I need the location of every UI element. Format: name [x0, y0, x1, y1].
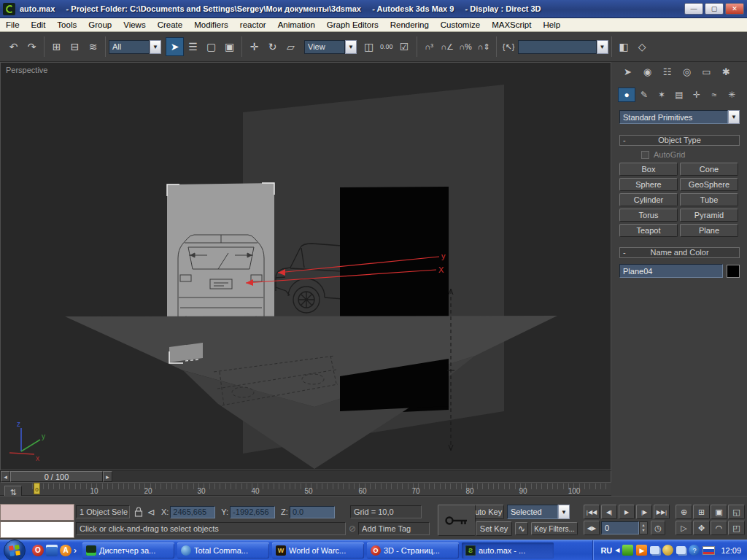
- subcat-lights-icon[interactable]: ✶: [653, 88, 670, 102]
- window-crossing-icon[interactable]: ▣: [220, 37, 239, 56]
- key-filters-button[interactable]: Key Filters...: [531, 522, 578, 535]
- key-filter-dropdown[interactable]: Selected: [507, 505, 558, 519]
- default-in-out-tangents-icon[interactable]: ∿: [515, 522, 528, 535]
- key-mode-toggle-icon[interactable]: ◀▶: [584, 521, 600, 535]
- menu-modifiers[interactable]: Modifiers: [188, 18, 234, 32]
- select-by-name-icon[interactable]: ☰: [184, 37, 202, 56]
- rectangular-selection-icon[interactable]: ▢: [202, 37, 220, 56]
- time-slider-knob[interactable]: 0 / 100: [10, 471, 103, 482]
- zoom-icon[interactable]: ⊕: [676, 505, 692, 519]
- tray-network-icon[interactable]: [650, 546, 659, 554]
- tray-green-icon[interactable]: [622, 545, 633, 556]
- menu-file[interactable]: File: [0, 18, 26, 32]
- tray-clock[interactable]: 12:09: [721, 546, 741, 555]
- menu-views[interactable]: Views: [117, 18, 151, 32]
- sphere-button[interactable]: Sphere: [619, 178, 678, 191]
- tube-button[interactable]: Tube: [680, 193, 738, 206]
- menu-reactor[interactable]: reactor: [234, 18, 272, 32]
- current-frame-field[interactable]: 0: [601, 521, 639, 534]
- spinner-snap-icon[interactable]: ∩⇕: [475, 37, 493, 56]
- tab-hierarchy-icon[interactable]: ☷: [657, 64, 677, 79]
- z-coord-field[interactable]: 0.0: [290, 506, 335, 518]
- object-color-swatch[interactable]: [727, 265, 740, 278]
- tray-help-icon[interactable]: ?: [689, 545, 700, 556]
- subcat-systems-icon[interactable]: ✳: [723, 88, 740, 102]
- subcat-cameras-icon[interactable]: ▤: [670, 88, 688, 102]
- quicklaunch-expand-icon[interactable]: ›: [74, 545, 77, 556]
- tray-player-icon[interactable]: ▶: [636, 545, 647, 556]
- zoom-extents-icon[interactable]: ▣: [711, 505, 727, 519]
- current-frame-marker[interactable]: 0: [34, 483, 40, 494]
- x-coord-field[interactable]: 2465,665: [170, 506, 215, 518]
- mirror-icon[interactable]: ◧: [615, 37, 633, 56]
- language-indicator[interactable]: RU: [600, 546, 612, 555]
- subcat-helpers-icon[interactable]: ✛: [688, 88, 705, 102]
- play-icon[interactable]: ▶: [619, 505, 635, 519]
- zoom-all-icon[interactable]: ⊞: [693, 505, 710, 519]
- redo-icon[interactable]: ↷: [23, 37, 41, 56]
- scale-icon[interactable]: ▱: [282, 37, 300, 56]
- tray-coin-icon[interactable]: [662, 545, 673, 556]
- box-button[interactable]: Box: [619, 163, 678, 176]
- object-name-field[interactable]: Plane04: [619, 264, 723, 278]
- set-keys-button[interactable]: [438, 505, 476, 536]
- cylinder-button[interactable]: Cylinder: [619, 193, 678, 206]
- menu-graph-editors[interactable]: Graph Editors: [321, 18, 384, 32]
- category-dropdown[interactable]: Standard Primitives: [619, 110, 728, 124]
- communication-icon[interactable]: ⊘: [349, 524, 356, 534]
- menu-create[interactable]: Create: [152, 18, 189, 32]
- menu-tools[interactable]: Tools: [51, 18, 82, 32]
- use-pivot-center-icon[interactable]: ◫: [360, 37, 378, 56]
- geosphere-button[interactable]: GeoSphere: [680, 178, 738, 191]
- maxscript-listener-pink[interactable]: [0, 504, 74, 521]
- tab-modify-icon[interactable]: ◉: [638, 64, 657, 79]
- named-sets-arrow[interactable]: ▼: [597, 40, 608, 54]
- edit-named-sets-icon[interactable]: {↖}: [500, 37, 518, 56]
- menu-help[interactable]: Help: [537, 18, 566, 32]
- absolute-mode-icon[interactable]: ⊲: [147, 507, 155, 518]
- reference-coordinate-dropdown[interactable]: View: [304, 40, 345, 54]
- menu-animation[interactable]: Animation: [272, 18, 321, 32]
- next-frame-icon[interactable]: |▶: [636, 505, 652, 519]
- task-opera-3d-page[interactable]: O 3D - Страниц...: [367, 542, 459, 559]
- plane-button[interactable]: Plane: [680, 224, 738, 237]
- percent-snap-icon[interactable]: ∩%: [457, 37, 475, 56]
- pyramid-button[interactable]: Pyramid: [680, 209, 738, 222]
- menu-group[interactable]: Group: [82, 18, 117, 32]
- task-task-manager[interactable]: Диспетчер за...: [82, 542, 174, 559]
- time-slider-next[interactable]: ▸: [103, 471, 112, 482]
- y-coord-field[interactable]: -1992,656: [230, 506, 275, 518]
- selection-filter-dropdown[interactable]: All: [109, 40, 150, 54]
- add-time-tag[interactable]: Add Time Tag: [358, 522, 430, 535]
- key-filter-arrow[interactable]: ▼: [558, 505, 570, 519]
- select-object-icon[interactable]: ➤: [166, 37, 184, 56]
- zoom-extents-all-icon[interactable]: ◱: [728, 505, 745, 519]
- subcat-spacewarps-icon[interactable]: ≈: [705, 88, 723, 102]
- undo-icon[interactable]: ↶: [4, 37, 23, 56]
- task-world-of-warcraft[interactable]: W World of Warc...: [272, 542, 364, 559]
- maxscript-listener-white[interactable]: [0, 521, 74, 538]
- select-and-link-icon[interactable]: ⊞: [47, 37, 66, 56]
- restore-button[interactable]: ▢: [705, 3, 724, 15]
- selection-lock-icon[interactable]: [134, 507, 143, 517]
- frame-spinner[interactable]: ▴ ▾: [639, 521, 648, 534]
- viewport-label[interactable]: Perspective: [6, 66, 47, 74]
- track-bar[interactable]: 0 10 20 30 40 50 60 70 80 90 100: [0, 483, 611, 496]
- go-to-end-icon[interactable]: ▶▶|: [654, 505, 670, 519]
- field-of-view-icon[interactable]: ▷: [676, 521, 692, 535]
- bind-to-spacewarp-icon[interactable]: ≋: [84, 37, 102, 56]
- close-button[interactable]: ✕: [725, 3, 744, 15]
- menu-maxscript[interactable]: MAXScript: [486, 18, 537, 32]
- teapot-button[interactable]: Teapot: [619, 224, 678, 237]
- task-total-commander[interactable]: Total Comma...: [177, 542, 269, 559]
- arc-rotate-icon[interactable]: ◠: [711, 521, 727, 535]
- task-automax[interactable]: Ƨ auto.max - ...: [462, 542, 554, 559]
- category-dropdown-arrow[interactable]: ▼: [728, 110, 740, 124]
- angle-snap-icon[interactable]: ∩∠: [438, 37, 457, 56]
- menu-rendering[interactable]: Rendering: [384, 18, 435, 32]
- time-configuration-icon[interactable]: ◷: [651, 521, 665, 535]
- move-icon[interactable]: ✛: [245, 37, 263, 56]
- tray-monitor-icon[interactable]: [676, 546, 686, 554]
- total-commander-quicklaunch-icon[interactable]: [46, 545, 58, 556]
- minimize-button[interactable]: —: [684, 3, 703, 15]
